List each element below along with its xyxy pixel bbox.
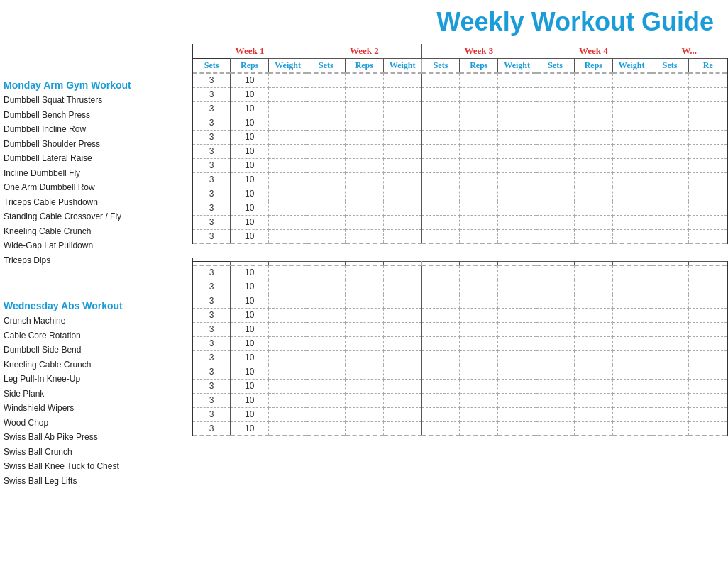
table-cell[interactable]: 10 <box>231 87 269 101</box>
table-cell[interactable] <box>536 379 575 393</box>
table-cell[interactable] <box>345 336 383 350</box>
table-cell[interactable] <box>383 158 421 172</box>
table-cell[interactable] <box>307 229 346 243</box>
table-cell[interactable]: 10 <box>231 365 269 379</box>
table-cell[interactable] <box>651 393 689 407</box>
table-cell[interactable] <box>689 201 727 215</box>
table-cell[interactable] <box>612 73 651 87</box>
table-cell[interactable] <box>307 158 346 172</box>
table-cell[interactable] <box>345 294 383 308</box>
table-cell[interactable] <box>689 130 727 144</box>
table-cell[interactable] <box>460 393 498 407</box>
table-cell[interactable] <box>574 350 612 365</box>
table-cell[interactable] <box>574 158 612 172</box>
table-cell[interactable] <box>651 87 689 101</box>
table-cell[interactable] <box>307 116 346 130</box>
table-cell[interactable] <box>383 379 421 393</box>
table-cell[interactable] <box>421 393 460 407</box>
table-cell[interactable] <box>689 215 727 229</box>
table-cell[interactable] <box>345 158 383 172</box>
table-cell[interactable]: 10 <box>231 144 269 158</box>
table-cell[interactable] <box>612 229 651 243</box>
table-cell[interactable] <box>383 365 421 379</box>
table-cell[interactable]: 10 <box>231 116 269 130</box>
table-cell[interactable]: 3 <box>192 280 231 294</box>
table-cell[interactable] <box>421 87 460 101</box>
table-cell[interactable] <box>651 265 689 280</box>
table-cell[interactable]: 10 <box>231 393 269 407</box>
table-cell[interactable] <box>498 294 536 308</box>
table-cell[interactable] <box>612 187 651 201</box>
table-cell[interactable] <box>307 294 346 308</box>
table-cell[interactable] <box>536 172 575 187</box>
table-cell[interactable] <box>383 350 421 365</box>
table-cell[interactable] <box>345 365 383 379</box>
table-cell[interactable] <box>574 365 612 379</box>
table-cell[interactable] <box>269 73 307 87</box>
table-cell[interactable] <box>383 393 421 407</box>
table-cell[interactable] <box>383 265 421 280</box>
table-cell[interactable] <box>612 322 651 336</box>
table-cell[interactable] <box>612 87 651 101</box>
table-cell[interactable] <box>269 187 307 201</box>
table-cell[interactable]: 3 <box>192 379 231 393</box>
table-cell[interactable] <box>307 130 346 144</box>
table-cell[interactable] <box>651 294 689 308</box>
table-cell[interactable] <box>383 144 421 158</box>
table-cell[interactable] <box>612 265 651 280</box>
table-cell[interactable] <box>421 322 460 336</box>
table-cell[interactable] <box>345 229 383 243</box>
table-cell[interactable] <box>498 73 536 87</box>
table-cell[interactable]: 3 <box>192 215 231 229</box>
table-cell[interactable] <box>689 421 727 436</box>
table-cell[interactable] <box>269 172 307 187</box>
table-cell[interactable]: 10 <box>231 158 269 172</box>
table-cell[interactable]: 10 <box>231 421 269 436</box>
table-cell[interactable] <box>460 73 498 87</box>
table-cell[interactable]: 10 <box>231 350 269 365</box>
table-cell[interactable] <box>421 144 460 158</box>
table-cell[interactable] <box>651 116 689 130</box>
table-cell[interactable] <box>383 101 421 116</box>
table-cell[interactable] <box>498 265 536 280</box>
table-cell[interactable] <box>689 322 727 336</box>
table-cell[interactable]: 3 <box>192 407 231 421</box>
table-cell[interactable] <box>460 144 498 158</box>
table-cell[interactable] <box>421 172 460 187</box>
table-cell[interactable] <box>651 280 689 294</box>
table-cell[interactable] <box>498 187 536 201</box>
table-cell[interactable] <box>498 308 536 322</box>
table-cell[interactable] <box>498 116 536 130</box>
table-cell[interactable] <box>574 187 612 201</box>
table-cell[interactable] <box>307 280 346 294</box>
table-cell[interactable]: 10 <box>231 215 269 229</box>
table-cell[interactable] <box>612 365 651 379</box>
table-cell[interactable] <box>269 87 307 101</box>
table-cell[interactable] <box>689 87 727 101</box>
table-cell[interactable] <box>345 73 383 87</box>
table-cell[interactable] <box>498 130 536 144</box>
table-cell[interactable] <box>307 215 346 229</box>
table-cell[interactable]: 3 <box>192 265 231 280</box>
table-cell[interactable] <box>421 215 460 229</box>
table-cell[interactable] <box>307 336 346 350</box>
table-cell[interactable] <box>460 322 498 336</box>
table-cell[interactable] <box>574 393 612 407</box>
table-cell[interactable] <box>612 393 651 407</box>
table-cell[interactable] <box>689 336 727 350</box>
table-cell[interactable] <box>689 407 727 421</box>
table-cell[interactable] <box>536 294 575 308</box>
table-cell[interactable] <box>307 407 346 421</box>
table-cell[interactable] <box>574 144 612 158</box>
table-cell[interactable] <box>498 393 536 407</box>
table-cell[interactable] <box>383 87 421 101</box>
table-cell[interactable] <box>383 73 421 87</box>
table-cell[interactable] <box>421 201 460 215</box>
table-cell[interactable] <box>421 116 460 130</box>
table-cell[interactable]: 3 <box>192 116 231 130</box>
table-cell[interactable] <box>612 130 651 144</box>
table-cell[interactable] <box>498 280 536 294</box>
table-cell[interactable] <box>421 187 460 201</box>
table-cell[interactable] <box>460 229 498 243</box>
table-cell[interactable]: 10 <box>231 308 269 322</box>
